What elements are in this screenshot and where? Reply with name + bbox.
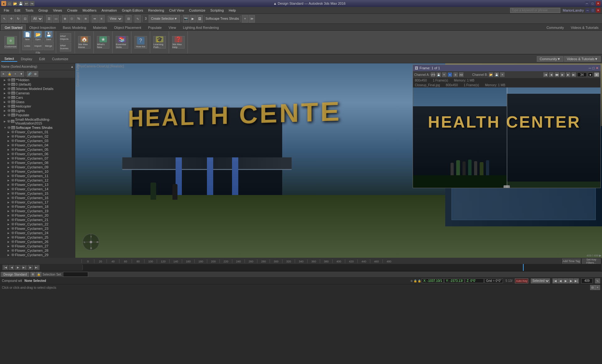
- channel-b-save2[interactable]: 💾: [494, 72, 499, 77]
- channel-a-ab[interactable]: AB: [459, 72, 463, 77]
- play-back[interactable]: ◀▶: [555, 72, 559, 77]
- visibility-icon[interactable]: [8, 114, 11, 116]
- maximize-button[interactable]: □: [590, 1, 595, 6]
- list-item[interactable]: Flower_Cyclamen_03: [0, 139, 75, 143]
- visibility-icon[interactable]: [8, 96, 11, 99]
- channel-a-save[interactable]: 💾: [436, 72, 441, 77]
- go-end-btn[interactable]: ▶|: [34, 265, 40, 270]
- bottom-btn1[interactable]: ⊞: [30, 272, 35, 277]
- visibility-icon[interactable]: [11, 144, 14, 146]
- visibility-icon[interactable]: [8, 92, 11, 94]
- visibility-icon[interactable]: [11, 192, 14, 195]
- visibility-icon[interactable]: [11, 249, 14, 252]
- ribbon-learning-btn[interactable]: 🎓 Learning Path...: [153, 36, 166, 49]
- visibility-icon[interactable]: [11, 232, 14, 234]
- scene-add-btn[interactable]: +: [13, 71, 18, 77]
- visibility-icon[interactable]: [11, 223, 14, 225]
- list-item[interactable]: Flower_Cyclamen_29: [0, 253, 75, 257]
- visibility-icon[interactable]: [11, 227, 14, 230]
- menu-animation[interactable]: Animation: [99, 8, 119, 13]
- play[interactable]: ▶: [560, 72, 565, 77]
- frame-viewer-minimize[interactable]: ─: [589, 66, 591, 70]
- visibility-icon[interactable]: [11, 197, 14, 199]
- visibility-icon[interactable]: [11, 153, 14, 155]
- visibility-icon[interactable]: [8, 109, 11, 112]
- ribbon-howtos-btn[interactable]: ? How-tos: [135, 36, 147, 49]
- step-back[interactable]: ◀: [549, 72, 553, 77]
- list-item[interactable]: 3dsmax Modeled Details: [0, 87, 75, 91]
- extra-btn1[interactable]: +: [242, 15, 248, 23]
- menu-tools[interactable]: Tools: [23, 8, 36, 13]
- list-item[interactable]: Flower_Cyclamen_12: [0, 178, 75, 182]
- ribbon-manage-links-btn[interactable]: Links: [22, 41, 32, 50]
- visibility-icon[interactable]: [11, 214, 14, 217]
- ribbon-save-btn[interactable]: 💾 Save: [44, 31, 54, 41]
- extra-btn2[interactable]: ≫: [249, 15, 255, 23]
- list-item[interactable]: Flower_Cyclamen_02: [0, 134, 75, 139]
- scene-link-btn[interactable]: 🔗: [27, 71, 32, 77]
- scene-lock-btn[interactable]: 🔒: [7, 71, 12, 77]
- redo-icon[interactable]: ↪: [29, 1, 34, 6]
- list-item[interactable]: Flower_Cyclamen_30: [0, 257, 75, 258]
- list-item[interactable]: Flower_Cyclamen_11: [0, 174, 75, 178]
- frame-viewer-maximize[interactable]: □: [592, 66, 594, 70]
- visibility-icon[interactable]: [11, 140, 14, 142]
- list-item[interactable]: Flower_Cyclamen_06: [0, 152, 75, 156]
- minimize-button[interactable]: ─: [585, 1, 589, 6]
- tab-videos[interactable]: Videos & Tutorials: [568, 24, 602, 30]
- list-item[interactable]: Flower_Cyclamen_05: [0, 147, 75, 152]
- go-start-btn[interactable]: |◀: [3, 265, 8, 270]
- visibility-icon[interactable]: [11, 201, 14, 203]
- list-item[interactable]: Flower_Cyclamen_25: [0, 235, 75, 240]
- tab-lighting-rendering[interactable]: Lighting And Rendering: [179, 24, 222, 30]
- visibility-icon[interactable]: [11, 166, 14, 168]
- timeline-track[interactable]: |◀ ◀ ▶ ▶| ▶ ▶|: [0, 264, 602, 271]
- visibility-icon[interactable]: [8, 79, 11, 81]
- channel-a-toggle[interactable]: B: [453, 72, 458, 77]
- scene-filter-btn[interactable]: ▼: [18, 71, 24, 77]
- list-item[interactable]: Small-MedicalBuilding-Visualization2015: [0, 117, 75, 125]
- list-item[interactable]: Flower_Cyclamen_10: [0, 169, 75, 174]
- list-item[interactable]: Flower_Cyclamen_08: [0, 161, 75, 165]
- menu-modifiers[interactable]: Modifiers: [80, 8, 99, 13]
- scale-btn[interactable]: ⊡: [22, 15, 28, 23]
- undo-icon[interactable]: ↩: [24, 1, 29, 6]
- save-icon[interactable]: 💾: [18, 1, 23, 6]
- menu-help[interactable]: Help: [226, 8, 239, 13]
- render-btn[interactable]: ▶: [190, 15, 196, 23]
- view-gizmo[interactable]: T B L R: [82, 233, 100, 251]
- next-frame[interactable]: ▶|: [572, 72, 576, 77]
- visibility-icon[interactable]: [11, 240, 14, 243]
- sub-tab-select[interactable]: Select: [1, 56, 17, 62]
- rotate-btn[interactable]: ↻: [15, 15, 21, 23]
- visibility-icon[interactable]: [11, 179, 14, 182]
- list-item[interactable]: Flower_Cyclamen_18: [0, 204, 75, 209]
- visibility-icon[interactable]: [11, 205, 14, 208]
- percent-snap-btn[interactable]: %: [76, 15, 82, 23]
- visibility-icon[interactable]: [8, 87, 11, 90]
- pb-next[interactable]: ▶: [568, 278, 573, 283]
- search-input[interactable]: [510, 8, 560, 13]
- list-item[interactable]: **Hidden: [0, 78, 75, 82]
- list-item[interactable]: Cars: [0, 95, 75, 100]
- visibility-icon[interactable]: [11, 188, 14, 190]
- pb-prev[interactable]: ◀: [558, 278, 563, 283]
- frame-number-input[interactable]: [577, 72, 587, 77]
- visibility-icon[interactable]: [11, 254, 14, 256]
- scene-close-btn[interactable]: ✕: [1, 71, 6, 77]
- create-selection-btn[interactable]: Create Selection▼: [149, 15, 180, 23]
- prev-frame[interactable]: |◀: [543, 72, 548, 77]
- sub-tab-customize[interactable]: Customize: [49, 56, 71, 61]
- menu-edit[interactable]: Edit: [12, 8, 23, 13]
- ribbon-xref-objects-btn[interactable]: XRef Objects: [60, 33, 71, 42]
- pb-end[interactable]: ▶|: [574, 278, 579, 283]
- list-item[interactable]: Flower_Cyclamen_24: [0, 231, 75, 235]
- menu-civil-view[interactable]: Civil View: [166, 8, 186, 13]
- play-btn[interactable]: ▶: [15, 265, 21, 270]
- render-setup-btn[interactable]: 📷: [183, 15, 189, 23]
- list-item[interactable]: Glass: [0, 100, 75, 104]
- snap-btn[interactable]: ⊕: [62, 15, 68, 23]
- auto-key-btn[interactable]: Auto Key: [515, 278, 528, 283]
- ribbon-new-btn[interactable]: 📄 New: [22, 31, 32, 41]
- visibility-icon[interactable]: [11, 219, 14, 221]
